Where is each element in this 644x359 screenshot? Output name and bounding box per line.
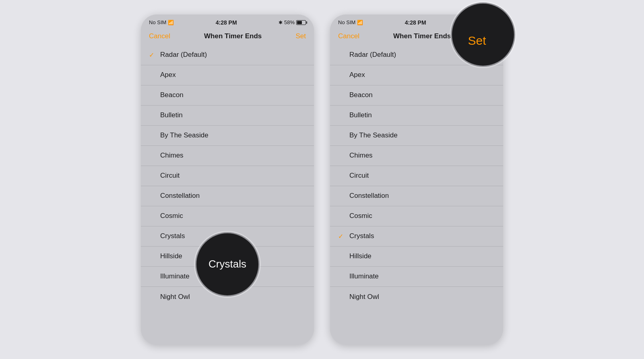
item-label-left-3: Bulletin (160, 111, 306, 119)
list-item[interactable]: Bulletin (141, 106, 314, 126)
nav-title-left: When Timer Ends (204, 32, 262, 40)
list-right: Radar (Default) Apex Beacon Bulletin By … (330, 45, 503, 345)
list-item[interactable]: By The Seaside (141, 126, 314, 146)
item-label-left-2: Beacon (160, 91, 306, 99)
phone-left: No SIM 📶 4:28 PM ✱ 58% Cancel When Timer… (141, 15, 314, 345)
set-highlight-text: Set (468, 34, 486, 48)
battery-icon-left (296, 20, 306, 25)
item-label-right-1: Apex (349, 71, 495, 79)
list-item[interactable]: Beacon (330, 85, 503, 106)
list-item[interactable]: Chimes (330, 146, 503, 166)
nav-bar-left: Cancel When Timer Ends Set (141, 29, 314, 45)
item-label-left-5: Chimes (160, 151, 306, 160)
list-item[interactable]: Hillside (330, 247, 503, 267)
status-bar-left: No SIM 📶 4:28 PM ✱ 58% (141, 15, 314, 29)
battery-fill-left (297, 21, 302, 24)
list-item[interactable]: Beacon (141, 85, 314, 106)
list-item[interactable]: Cosmic (330, 206, 503, 226)
checkmark-left-0: ✓ (149, 51, 159, 59)
list-item[interactable]: Cosmic (141, 206, 314, 226)
item-label-right-11: Illuminate (349, 272, 495, 280)
item-label-right-3: Bulletin (349, 111, 495, 119)
status-left-right: No SIM 📶 (338, 19, 363, 25)
status-right-left: ✱ 58% (279, 19, 306, 25)
time-right: 4:28 PM (405, 19, 426, 26)
wifi-icon-right: 📶 (357, 20, 363, 25)
item-label-left-8: Cosmic (160, 212, 306, 220)
crystals-highlight-circle: Crystals (195, 232, 260, 297)
crystals-highlight-text: Crystals (208, 258, 246, 270)
item-label-right-4: By The Seaside (349, 131, 495, 139)
item-label-right-12: Night Owl (349, 293, 495, 301)
item-label-left-4: By The Seaside (160, 131, 306, 139)
item-label-left-6: Circuit (160, 172, 306, 180)
set-button-left[interactable]: Set (295, 32, 306, 40)
carrier-right: No SIM (338, 19, 355, 25)
item-label-right-2: Beacon (349, 91, 495, 99)
item-label-right-8: Cosmic (349, 212, 495, 220)
cancel-button-left[interactable]: Cancel (149, 32, 170, 40)
carrier-left: No SIM (149, 19, 166, 25)
list-item[interactable]: By The Seaside (330, 126, 503, 146)
item-label-right-9: Crystals (349, 232, 495, 240)
item-label-right-5: Chimes (349, 151, 495, 160)
item-label-left-1: Apex (160, 71, 306, 79)
phone-right: No SIM 📶 4:28 PM ✱ 58% Cancel When Timer… (330, 15, 503, 345)
list-item[interactable]: Bulletin (330, 106, 503, 126)
list-item[interactable]: ✓ Crystals (330, 226, 503, 247)
list-item[interactable]: Apex (141, 65, 314, 85)
cancel-button-right[interactable]: Cancel (338, 32, 359, 40)
list-left: ✓ Radar (Default) Apex Beacon Bulletin B… (141, 45, 314, 345)
list-item[interactable]: Constellation (141, 186, 314, 206)
list-item[interactable]: Apex (330, 65, 503, 85)
item-label-right-7: Constellation (349, 192, 495, 200)
item-label-right-10: Hillside (349, 252, 495, 260)
status-left-left: No SIM 📶 (149, 19, 174, 25)
list-item[interactable]: Constellation (330, 186, 503, 206)
list-item[interactable]: ✓ Radar (Default) (141, 45, 314, 65)
item-label-left-7: Constellation (160, 192, 306, 200)
wifi-icon-left: 📶 (168, 20, 174, 25)
list-item[interactable]: Circuit (141, 166, 314, 186)
time-left: 4:28 PM (216, 19, 237, 26)
item-label-right-6: Circuit (349, 172, 495, 180)
list-item[interactable]: Illuminate (330, 267, 503, 287)
item-label-left-0: Radar (Default) (160, 51, 306, 59)
battery-percent-left: 58% (284, 19, 295, 25)
list-item[interactable]: Chimes (141, 146, 314, 166)
list-item[interactable]: Circuit (330, 166, 503, 186)
set-highlight-circle: Set (451, 2, 515, 67)
checkmark-right-9: ✓ (338, 232, 348, 240)
list-item[interactable]: Night Owl (330, 287, 503, 307)
bluetooth-icon-left: ✱ (279, 20, 283, 25)
nav-title-right: When Timer Ends (393, 32, 451, 40)
